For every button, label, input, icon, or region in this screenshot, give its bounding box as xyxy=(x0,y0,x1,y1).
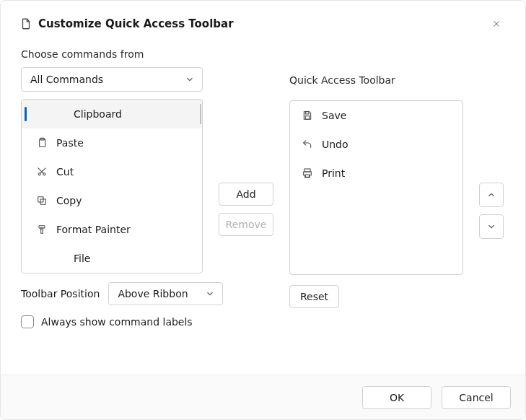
toolbar-position-select[interactable]: Above Ribbon xyxy=(108,282,223,305)
reset-row: Reset xyxy=(289,285,463,308)
svg-point-3 xyxy=(43,173,45,175)
reset-button-label: Reset xyxy=(300,291,328,302)
remove-button[interactable]: Remove xyxy=(219,213,273,236)
cut-icon xyxy=(36,166,48,178)
commands-category-select[interactable]: All Commands xyxy=(21,67,203,92)
list-item-label: Copy xyxy=(56,195,82,206)
cancel-button-label: Cancel xyxy=(459,392,493,403)
commands-column: Choose commands from All Commands Clipbo… xyxy=(21,48,203,328)
copy-icon xyxy=(36,195,48,206)
dialog-title: Customize Quick Access Toolbar xyxy=(38,17,486,30)
list-item-label: Cut xyxy=(56,166,74,178)
move-up-button[interactable] xyxy=(479,183,504,207)
qat-column: Quick Access Toolbar Save Undo xyxy=(289,74,463,308)
list-item[interactable]: File xyxy=(22,244,202,273)
list-item[interactable]: Copy xyxy=(22,186,202,215)
list-item-label: Paste xyxy=(56,137,84,149)
cancel-button[interactable]: Cancel xyxy=(442,386,511,409)
svg-rect-9 xyxy=(304,169,310,172)
print-icon xyxy=(302,167,313,179)
dialog-body: Choose commands from All Commands Clipbo… xyxy=(1,38,525,375)
reset-button[interactable]: Reset xyxy=(289,285,339,308)
svg-rect-10 xyxy=(305,175,309,177)
save-icon xyxy=(302,110,313,121)
dialog-footer: OK Cancel xyxy=(1,375,525,419)
customize-qat-dialog: Customize Quick Access Toolbar Choose co… xyxy=(0,0,526,420)
transfer-buttons: Add Remove xyxy=(219,183,273,236)
always-show-labels-checkbox[interactable] xyxy=(21,315,34,328)
qat-label: Quick Access Toolbar xyxy=(289,74,463,86)
list-item[interactable]: Paste xyxy=(22,128,202,157)
close-button[interactable] xyxy=(486,14,507,34)
scrollbar-thumb[interactable] xyxy=(200,104,201,124)
chevron-down-icon xyxy=(205,289,215,299)
ok-button[interactable]: OK xyxy=(362,386,431,409)
list-item-label: Save xyxy=(322,110,346,121)
always-show-labels-row: Always show command labels xyxy=(21,315,203,328)
document-icon xyxy=(19,17,32,30)
add-button[interactable]: Add xyxy=(219,183,273,206)
ok-button-label: OK xyxy=(390,392,404,403)
list-item-label: Undo xyxy=(322,139,349,150)
chevron-down-icon xyxy=(486,222,496,232)
toolbar-position-label: Toolbar Position xyxy=(21,288,100,299)
choose-commands-label: Choose commands from xyxy=(21,48,203,60)
remove-button-label: Remove xyxy=(226,219,267,230)
list-item-label: Clipboard xyxy=(74,108,122,120)
chevron-down-icon xyxy=(185,74,195,84)
list-item-label: File xyxy=(74,253,90,264)
svg-point-2 xyxy=(38,173,40,175)
move-down-button[interactable] xyxy=(479,214,504,239)
undo-icon xyxy=(302,139,313,150)
toolbar-position-row: Toolbar Position Above Ribbon xyxy=(21,282,223,305)
list-item[interactable]: Clipboard xyxy=(22,100,202,128)
paint-icon xyxy=(36,224,48,235)
main-columns: Choose commands from All Commands Clipbo… xyxy=(21,48,505,328)
add-button-label: Add xyxy=(236,188,255,200)
list-item-label: Format Painter xyxy=(56,224,131,235)
always-show-labels-text: Always show command labels xyxy=(41,316,193,328)
list-item[interactable]: Undo xyxy=(290,130,463,159)
list-item[interactable]: Save xyxy=(290,101,463,130)
dialog-header: Customize Quick Access Toolbar xyxy=(1,1,525,38)
reorder-buttons xyxy=(479,183,505,239)
paste-icon xyxy=(36,137,48,149)
svg-rect-7 xyxy=(305,112,309,114)
qat-list[interactable]: Save Undo Print xyxy=(289,100,463,275)
available-commands-list[interactable]: Clipboard Paste xyxy=(21,99,203,274)
chevron-up-icon xyxy=(486,190,496,200)
list-item[interactable]: Cut xyxy=(22,157,202,186)
svg-rect-8 xyxy=(305,116,309,120)
list-item[interactable]: Print xyxy=(290,159,463,188)
commands-category-value: All Commands xyxy=(30,74,103,85)
list-item-label: Print xyxy=(322,167,345,179)
list-item[interactable]: Format Painter xyxy=(22,215,202,244)
toolbar-position-value: Above Ribbon xyxy=(118,288,188,299)
